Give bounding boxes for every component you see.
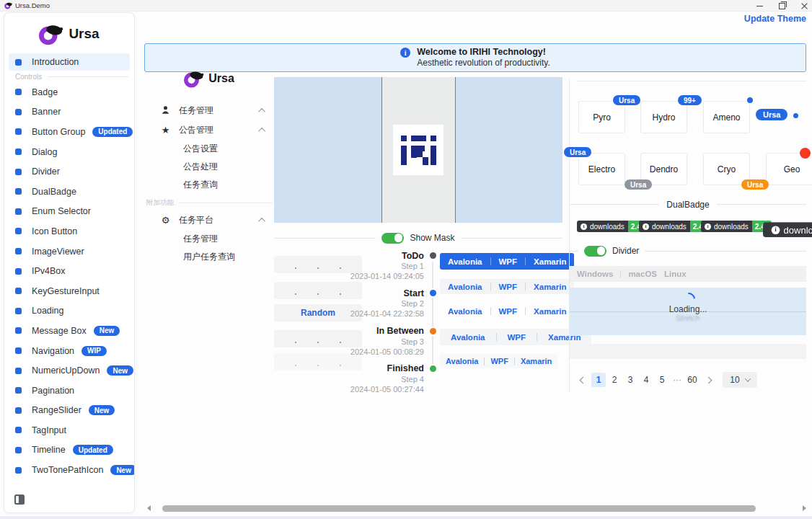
sidebar-item-badge[interactable]: Badge — [4, 82, 134, 102]
bullet-icon — [15, 308, 22, 314]
page-5[interactable]: 5 — [655, 373, 669, 387]
status-badge: Updated — [92, 127, 133, 137]
bullet-icon — [15, 268, 22, 275]
status-badge: New — [94, 326, 120, 336]
scroll-left-icon[interactable] — [147, 505, 151, 511]
wpf-button[interactable]: WPF — [491, 279, 526, 294]
sidebar-item-timeline[interactable]: TimelineUpdated — [4, 440, 134, 461]
navigation-menu: Ursa 任务管理 ★ 公告管理 公告设置 公告处理 任务查询 附加功能 ⚙ 任… — [144, 66, 274, 266]
sidebar-item-divider[interactable]: Divider — [4, 161, 134, 182]
menu-subitem-user-task-query[interactable]: 用户任务查询 — [144, 248, 274, 266]
sidebar-collapse-icon[interactable] — [14, 494, 25, 505]
page-ellipsis[interactable]: ··· — [671, 375, 684, 385]
badge-section-divider — [577, 81, 806, 81]
wpf-button[interactable]: WPF — [485, 354, 513, 368]
badge-card-hydro: Hydro — [640, 101, 687, 133]
sidebar-item-message-box[interactable]: Message BoxNew — [4, 321, 134, 341]
timeline-dot — [430, 365, 436, 372]
ursa-badge-orange: Ursa — [741, 179, 769, 190]
bullet-icon — [15, 447, 22, 453]
menu-item-announcement-management[interactable]: ★ 公告管理 — [144, 120, 274, 140]
sidebar-item-twotonepathicon[interactable]: TwoTonePathIconNew — [4, 460, 134, 480]
wpf-button[interactable]: WPF — [497, 329, 537, 345]
status-badge: New — [89, 405, 115, 415]
menu-subitem-announcement-settings[interactable]: 公告设置 — [144, 140, 274, 158]
page-next-icon[interactable] — [701, 373, 715, 387]
sidebar-item-navigation[interactable]: NavigationWIP — [4, 341, 134, 361]
placeholder-bar — [570, 344, 806, 359]
sidebar-item-dialog[interactable]: Dialog — [4, 142, 134, 162]
divider-toggle[interactable] — [584, 246, 606, 257]
menu-subitem-announcement-processing[interactable]: 公告处理 — [144, 158, 274, 176]
sidebar-item-keygestureinput[interactable]: KeyGestureInput — [4, 281, 134, 301]
info-icon: i — [400, 48, 410, 58]
bullet-icon — [15, 128, 22, 135]
xamarin-button[interactable]: Xamarin — [526, 279, 574, 294]
image-viewer[interactable] — [274, 77, 562, 223]
update-theme-button[interactable]: Update Theme — [744, 14, 806, 24]
scroll-right-icon[interactable] — [803, 505, 806, 511]
sidebar-item-button-group[interactable]: Button GroupUpdated — [4, 122, 134, 142]
downloads-dualbadge: idownloads 2.4k — [701, 221, 772, 232]
loading-overlay: Loading... Stretch — [570, 288, 806, 335]
sidebar-item-pagination[interactable]: Pagination — [4, 381, 134, 401]
sidebar-logo-text: Ursa — [69, 26, 99, 42]
irihi-logo-image — [393, 125, 443, 175]
show-mask-toggle[interactable] — [381, 233, 404, 244]
sidebar-item-dualbadge[interactable]: DualBadge — [4, 182, 134, 202]
page-1[interactable]: 1 — [591, 373, 606, 387]
avalonia-button[interactable]: Avalonia — [440, 253, 490, 270]
menu-item-task-platform[interactable]: ⚙ 任务平台 — [144, 210, 274, 230]
tab-linux: Linux — [664, 270, 687, 278]
timeline: ToDo Step 1 2023-01-14 09:24:05 Start St… — [274, 250, 441, 401]
button-group-compact: Avalonia WPF Xamarin — [440, 354, 557, 368]
sidebar-item-icon-button[interactable]: Icon Button — [4, 221, 134, 241]
xamarin-button[interactable]: Xamarin — [526, 303, 574, 319]
page-3[interactable]: 3 — [623, 373, 637, 387]
sidebar-item-taginput[interactable]: TagInput — [4, 420, 134, 440]
menu-subitem-task-query[interactable]: 任务查询 — [144, 176, 274, 194]
sidebar-item-imageviewer[interactable]: ImageViewer — [4, 241, 134, 262]
bullet-icon — [15, 407, 22, 414]
restore-icon[interactable] — [779, 3, 785, 9]
wpf-button[interactable]: WPF — [491, 303, 526, 319]
page-60[interactable]: 60 — [685, 373, 700, 387]
dot-badge — [793, 113, 798, 118]
minimize-icon[interactable] — [756, 6, 763, 6]
page-size-select[interactable]: 10 — [723, 372, 757, 388]
xamarin-button[interactable]: Xamarin — [515, 354, 557, 368]
avalonia-button[interactable]: Avalonia — [440, 303, 490, 319]
bullet-icon — [15, 347, 22, 354]
menu-logo-text: Ursa — [208, 72, 234, 85]
sidebar-item-rangeslider[interactable]: RangeSliderNew — [4, 401, 134, 421]
sidebar-item-numericupdown[interactable]: NumericUpDownNew — [4, 360, 134, 381]
horizontal-scrollbar-thumb[interactable] — [162, 505, 756, 512]
menu-item-task-management[interactable]: 任务管理 — [144, 101, 274, 120]
badge-card-electro: Electro — [578, 153, 625, 185]
avalonia-button[interactable]: Avalonia — [440, 354, 484, 368]
info-icon: i — [705, 223, 711, 230]
status-badge: WIP — [81, 346, 107, 356]
sidebar-item-loading[interactable]: Loading — [4, 301, 134, 321]
sidebar-item-banner[interactable]: Banner — [4, 102, 134, 123]
loading-background-text: Stretch — [570, 314, 806, 322]
menu-subitem-task-management[interactable]: 任务管理 — [144, 230, 274, 248]
sidebar: Ursa Introduction Controls Badge Banner … — [4, 12, 135, 513]
image-mask-right — [455, 77, 562, 223]
wpf-button[interactable]: WPF — [491, 253, 526, 270]
chevron-up-icon — [258, 218, 265, 225]
avalonia-button[interactable]: Avalonia — [440, 329, 496, 345]
loading-text: Loading... — [570, 304, 806, 314]
xamarin-button[interactable]: Xamarin — [526, 253, 574, 270]
sidebar-item-enum-selector[interactable]: Enum Selector — [4, 202, 134, 222]
button-group-borderless: Avalonia WPF Xamarin — [440, 303, 574, 319]
info-icon: i — [643, 223, 649, 230]
avalonia-button[interactable]: Avalonia — [440, 279, 490, 294]
sidebar-item-ipv4box[interactable]: IPv4Box — [4, 261, 134, 281]
sidebar-item-introduction[interactable]: Introduction — [9, 53, 130, 71]
page-2[interactable]: 2 — [607, 373, 622, 387]
page-prev-icon[interactable] — [575, 373, 590, 387]
page-4[interactable]: 4 — [639, 373, 653, 387]
close-icon[interactable] — [801, 3, 808, 9]
bullet-icon — [15, 188, 22, 195]
